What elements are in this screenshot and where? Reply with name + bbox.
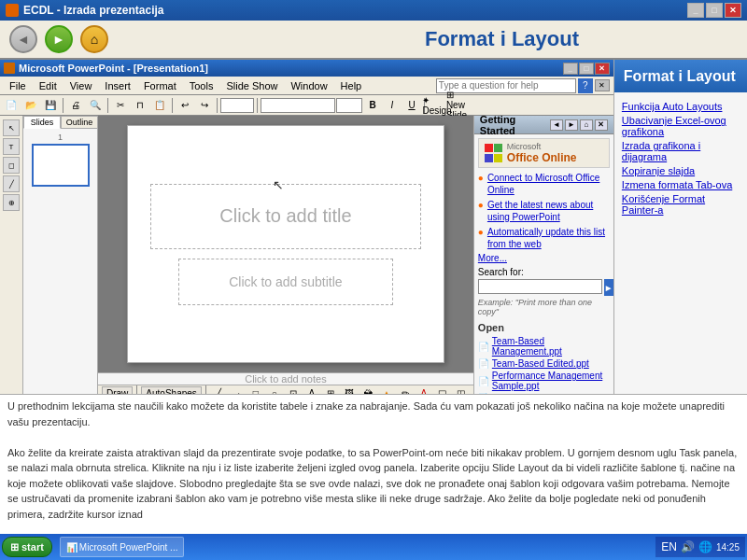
minimize-button[interactable]: _ (687, 3, 704, 18)
ppt-icon (4, 63, 15, 74)
notes-area[interactable]: Click to add notes (98, 372, 473, 385)
search-example: Example: "Print more than one copy" (478, 298, 610, 316)
taskbar: ⊞ start 📊 Microsoft PowerPoint ... EN 🔊 … (0, 534, 747, 560)
outer-title-text: ECDL - Izrada prezentacija (23, 4, 164, 17)
arrow-icon[interactable]: → (229, 385, 246, 394)
autoshapes-menu[interactable]: AutoShapes (141, 386, 202, 395)
cut-btn[interactable]: ✂ (111, 97, 130, 114)
gs-back-btn[interactable]: ◄ (550, 119, 563, 131)
zoom-input[interactable]: 46% (220, 98, 254, 113)
clip-icon[interactable]: 🖼 (341, 385, 358, 394)
slide-title-box[interactable]: Click to add title (150, 184, 421, 249)
file-link-1[interactable]: 📄 Team-Based Management.ppt (478, 336, 610, 357)
outer-window-controls[interactable]: _ □ ✕ (687, 3, 741, 18)
outline-tab[interactable]: Outline (61, 116, 98, 129)
file-link-3[interactable]: 📄 Performance Management Sample.ppt (478, 371, 610, 391)
image-icon[interactable]: 🏔 (359, 385, 376, 394)
preview-btn[interactable]: 🔍 (86, 97, 105, 114)
ms-sq-yellow (494, 154, 502, 162)
slide-subtitle-box[interactable]: Click to add subtitle (178, 259, 393, 305)
menu-view[interactable]: View (64, 79, 98, 92)
home-button[interactable]: ⌂ (80, 25, 108, 53)
diagram-icon[interactable]: ⊞ (322, 385, 339, 394)
wordart-icon[interactable]: A (303, 385, 320, 394)
close-button[interactable]: ✕ (725, 3, 741, 18)
gs-close-btn[interactable]: ✕ (595, 119, 608, 131)
bottom-para-2: Ako želite da kreirate zaista atraktivan… (7, 445, 740, 523)
gs-link-2[interactable]: ● Get the latest news about using PowerP… (478, 199, 610, 223)
maximize-button[interactable]: □ (706, 3, 723, 18)
select-tool[interactable]: ↖ (3, 119, 20, 136)
textbox-icon[interactable]: ⊡ (285, 385, 302, 394)
gs-more-link[interactable]: More... (478, 253, 610, 263)
forward-button[interactable]: ► (45, 25, 73, 53)
menu-edit[interactable]: Edit (34, 79, 63, 92)
taskbar-ppt-item[interactable]: 📊 Microsoft PowerPoint ... (60, 537, 185, 557)
bold-btn[interactable]: B (363, 97, 382, 114)
underline-btn[interactable]: U (402, 97, 421, 114)
menu-bar: File Edit View Insert Format Tools Slide… (0, 77, 613, 95)
menu-help[interactable]: Help (335, 79, 368, 92)
format-link-1[interactable]: Funkcija Auto Layouts (622, 101, 740, 112)
design-btn[interactable]: ✦ Design (428, 97, 446, 114)
font-color-icon[interactable]: A (416, 385, 432, 394)
ppt-minimize[interactable]: _ (563, 63, 578, 75)
3d-icon[interactable]: ◳ (453, 385, 470, 394)
menu-window[interactable]: Window (285, 79, 332, 92)
shadow-icon[interactable]: ◱ (434, 385, 451, 394)
rect-icon[interactable]: □ (247, 385, 264, 394)
gs-search-input[interactable] (478, 279, 602, 294)
format-link-6[interactable]: Korišćenje Format Painter-a (622, 193, 740, 216)
new-btn[interactable]: 📄 (2, 97, 21, 114)
slides-tab[interactable]: Slides (23, 116, 61, 129)
line-icon[interactable]: ╱ (210, 385, 227, 394)
gs-controls[interactable]: ◄ ► ⌂ ✕ (550, 119, 608, 131)
open-btn[interactable]: 📂 (21, 97, 40, 114)
gs-link-1[interactable]: ● Connect to Microsoft Office Online (478, 172, 610, 196)
font-input[interactable]: Arial (261, 98, 335, 113)
format-link-2[interactable]: Ubacivanje Excel-ovog grafikona (622, 115, 740, 137)
task-pane-close[interactable]: ✕ (595, 79, 610, 91)
slides-list: 1 (23, 129, 97, 394)
gs-forward-btn[interactable]: ► (565, 119, 578, 131)
menu-format[interactable]: Format (138, 79, 182, 92)
slide-canvas[interactable]: ↖ Click to add title Click to add subtit… (127, 125, 444, 363)
menu-tools[interactable]: Tools (184, 79, 219, 92)
line-color-icon[interactable]: ✏ (397, 385, 414, 394)
ppt-close[interactable]: ✕ (595, 63, 610, 75)
font-size-input[interactable]: 18 (336, 98, 362, 113)
file-link-2[interactable]: 📄 Team-Based Edited.ppt (478, 358, 610, 369)
zoom-tool[interactable]: ⊕ (3, 194, 20, 211)
copy-btn[interactable]: ⊓ (131, 97, 149, 114)
file-icon-2: 📄 (478, 358, 489, 369)
fill-color-icon[interactable]: ▲ (378, 385, 395, 394)
redo-btn[interactable]: ↪ (195, 97, 214, 114)
save-btn[interactable]: 💾 (41, 97, 60, 114)
start-button[interactable]: ⊞ start (2, 537, 52, 557)
new-slide-btn[interactable]: ⊞ New Slide (447, 97, 466, 114)
help-search-button[interactable]: ? (578, 78, 593, 93)
line-tool[interactable]: ╱ (3, 175, 20, 192)
paste-btn[interactable]: 📋 (150, 97, 169, 114)
gs-home-btn[interactable]: ⌂ (580, 119, 593, 131)
menu-insert[interactable]: Insert (99, 79, 136, 92)
format-link-5[interactable]: Izmena formata Tab-ova (622, 179, 740, 190)
shape-tool[interactable]: ◻ (3, 157, 20, 174)
draw-menu[interactable]: Draw (102, 386, 133, 395)
gs-search-button[interactable]: ► (604, 279, 613, 296)
menu-file[interactable]: File (4, 79, 32, 92)
ppt-window-controls[interactable]: _ □ ✕ (563, 63, 610, 75)
print-btn[interactable]: 🖨 (66, 97, 85, 114)
text-tool[interactable]: T (3, 138, 20, 155)
oval-icon[interactable]: ○ (266, 385, 283, 394)
undo-btn[interactable]: ↩ (176, 97, 194, 114)
menu-slideshow[interactable]: Slide Show (220, 79, 283, 92)
slide-thumbnail[interactable] (32, 144, 90, 187)
format-link-4[interactable]: Kopiranje slajda (622, 165, 740, 176)
separator (107, 98, 108, 113)
gs-link-3[interactable]: ● Automatically update this list from th… (478, 226, 610, 250)
back-button[interactable]: ◄ (9, 25, 37, 53)
ppt-maximize[interactable]: □ (579, 63, 594, 75)
format-link-3[interactable]: Izrada grafikona i dijagrama (622, 140, 740, 162)
italic-btn[interactable]: I (383, 97, 402, 114)
